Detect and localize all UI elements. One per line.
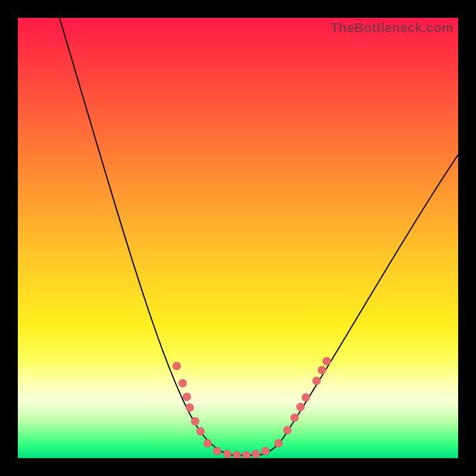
data-point: [223, 450, 231, 458]
data-point: [283, 426, 292, 434]
chart-frame: TheBottleneck.com: [0, 0, 476, 476]
data-point: [274, 439, 283, 447]
data-point: [322, 357, 331, 365]
bottleneck-curve: [60, 18, 458, 455]
chart-svg: [18, 18, 458, 458]
data-point: [191, 417, 199, 425]
data-point: [183, 393, 191, 401]
data-point: [302, 393, 310, 402]
data-point: [252, 450, 260, 458]
data-point: [186, 403, 194, 412]
data-point: [318, 366, 326, 374]
plot-area: TheBottleneck.com: [18, 18, 458, 458]
data-point: [296, 403, 305, 411]
data-point: [173, 362, 181, 370]
data-point: [178, 379, 187, 387]
data-point: [290, 414, 299, 422]
data-point: [242, 451, 250, 458]
data-point: [261, 447, 270, 455]
data-point: [213, 447, 221, 455]
data-point: [312, 377, 321, 385]
data-point: [233, 451, 241, 458]
data-point: [203, 439, 212, 447]
data-points: [173, 357, 331, 458]
data-point: [196, 427, 205, 436]
